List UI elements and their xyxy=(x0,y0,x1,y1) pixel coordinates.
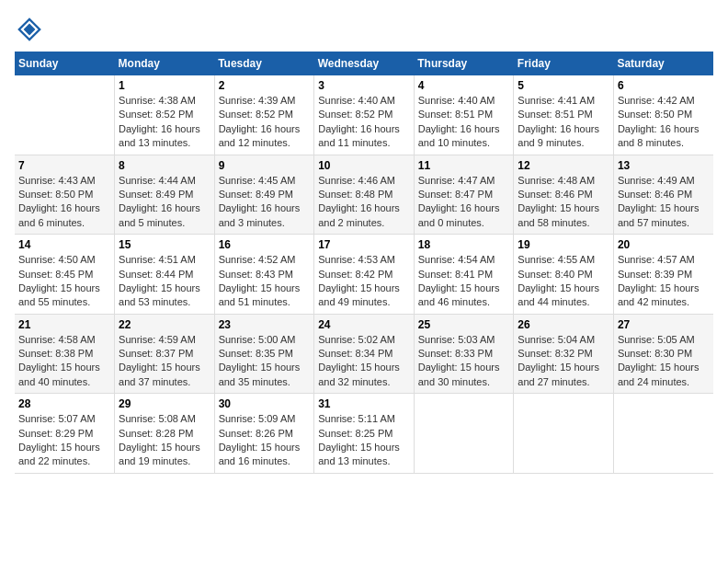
day-number: 19 xyxy=(518,238,609,251)
day-number: 27 xyxy=(618,318,710,331)
header-row: SundayMondayTuesdayWednesdayThursdayFrid… xyxy=(15,52,713,75)
calendar-cell: 28Sunrise: 5:07 AM Sunset: 8:29 PM Dayli… xyxy=(15,394,115,474)
day-info: Sunrise: 5:05 AM Sunset: 8:30 PM Dayligh… xyxy=(618,333,710,390)
day-number: 1 xyxy=(119,79,210,92)
day-number: 15 xyxy=(119,238,210,251)
day-info: Sunrise: 5:04 AM Sunset: 8:32 PM Dayligh… xyxy=(518,333,609,390)
day-info: Sunrise: 4:42 AM Sunset: 8:50 PM Dayligh… xyxy=(618,94,710,151)
calendar-cell: 15Sunrise: 4:51 AM Sunset: 8:44 PM Dayli… xyxy=(115,235,215,315)
day-info: Sunrise: 4:43 AM Sunset: 8:50 PM Dayligh… xyxy=(18,174,110,231)
day-number: 12 xyxy=(518,159,609,172)
day-number: 31 xyxy=(318,397,410,410)
day-number: 17 xyxy=(318,238,410,251)
day-info: Sunrise: 5:08 AM Sunset: 8:28 PM Dayligh… xyxy=(119,412,210,469)
calendar-cell: 11Sunrise: 4:47 AM Sunset: 8:47 PM Dayli… xyxy=(414,155,514,235)
day-info: Sunrise: 5:11 AM Sunset: 8:25 PM Dayligh… xyxy=(318,412,410,469)
day-number: 6 xyxy=(618,79,710,92)
day-info: Sunrise: 5:09 AM Sunset: 8:26 PM Dayligh… xyxy=(219,412,311,469)
week-row-1: 1Sunrise: 4:38 AM Sunset: 8:52 PM Daylig… xyxy=(15,75,713,155)
calendar-cell: 27Sunrise: 5:05 AM Sunset: 8:30 PM Dayli… xyxy=(613,314,713,394)
day-info: Sunrise: 4:52 AM Sunset: 8:43 PM Dayligh… xyxy=(219,253,311,310)
column-header-thursday: Thursday xyxy=(414,52,514,75)
day-number: 26 xyxy=(518,318,609,331)
day-info: Sunrise: 4:40 AM Sunset: 8:52 PM Dayligh… xyxy=(318,94,410,151)
day-info: Sunrise: 4:39 AM Sunset: 8:52 PM Dayligh… xyxy=(219,94,311,151)
day-info: Sunrise: 4:59 AM Sunset: 8:37 PM Dayligh… xyxy=(119,333,210,390)
day-info: Sunrise: 4:40 AM Sunset: 8:51 PM Dayligh… xyxy=(418,94,510,151)
day-number: 14 xyxy=(18,238,110,251)
day-number: 2 xyxy=(219,79,311,92)
day-number: 20 xyxy=(618,238,710,251)
calendar-cell: 29Sunrise: 5:08 AM Sunset: 8:28 PM Dayli… xyxy=(115,394,215,474)
day-number: 9 xyxy=(219,159,311,172)
day-number: 16 xyxy=(219,238,311,251)
day-number: 11 xyxy=(418,159,510,172)
logo-icon xyxy=(15,15,44,44)
calendar-cell: 31Sunrise: 5:11 AM Sunset: 8:25 PM Dayli… xyxy=(314,394,415,474)
day-info: Sunrise: 4:47 AM Sunset: 8:47 PM Dayligh… xyxy=(418,174,510,231)
calendar-cell: 9Sunrise: 4:45 AM Sunset: 8:49 PM Daylig… xyxy=(214,155,314,235)
day-info: Sunrise: 4:58 AM Sunset: 8:38 PM Dayligh… xyxy=(18,333,110,390)
week-row-2: 7Sunrise: 4:43 AM Sunset: 8:50 PM Daylig… xyxy=(15,155,713,235)
calendar-cell: 25Sunrise: 5:03 AM Sunset: 8:33 PM Dayli… xyxy=(414,314,514,394)
day-number: 30 xyxy=(219,397,311,410)
column-header-monday: Monday xyxy=(115,52,215,75)
calendar-cell: 18Sunrise: 4:54 AM Sunset: 8:41 PM Dayli… xyxy=(414,235,514,315)
calendar-cell: 24Sunrise: 5:02 AM Sunset: 8:34 PM Dayli… xyxy=(314,314,415,394)
day-info: Sunrise: 4:57 AM Sunset: 8:39 PM Dayligh… xyxy=(618,253,710,310)
day-number: 22 xyxy=(119,318,210,331)
calendar-cell xyxy=(514,394,614,474)
calendar-cell: 1Sunrise: 4:38 AM Sunset: 8:52 PM Daylig… xyxy=(115,75,215,155)
day-info: Sunrise: 5:07 AM Sunset: 8:29 PM Dayligh… xyxy=(18,412,110,469)
calendar-cell: 30Sunrise: 5:09 AM Sunset: 8:26 PM Dayli… xyxy=(214,394,314,474)
logo xyxy=(15,15,48,44)
calendar-cell: 7Sunrise: 4:43 AM Sunset: 8:50 PM Daylig… xyxy=(15,155,115,235)
day-number: 21 xyxy=(18,318,110,331)
day-number: 28 xyxy=(18,397,110,410)
column-header-sunday: Sunday xyxy=(15,52,115,75)
week-row-3: 14Sunrise: 4:50 AM Sunset: 8:45 PM Dayli… xyxy=(15,235,713,315)
day-info: Sunrise: 5:00 AM Sunset: 8:35 PM Dayligh… xyxy=(219,333,311,390)
calendar-cell: 20Sunrise: 4:57 AM Sunset: 8:39 PM Dayli… xyxy=(613,235,713,315)
day-info: Sunrise: 4:51 AM Sunset: 8:44 PM Dayligh… xyxy=(119,253,210,310)
column-header-friday: Friday xyxy=(514,52,614,75)
calendar-cell: 5Sunrise: 4:41 AM Sunset: 8:51 PM Daylig… xyxy=(514,75,614,155)
page-header xyxy=(15,15,713,44)
calendar-cell: 3Sunrise: 4:40 AM Sunset: 8:52 PM Daylig… xyxy=(314,75,415,155)
calendar-cell xyxy=(15,75,115,155)
column-header-saturday: Saturday xyxy=(613,52,713,75)
day-number: 4 xyxy=(418,79,510,92)
day-info: Sunrise: 4:44 AM Sunset: 8:49 PM Dayligh… xyxy=(119,174,210,231)
day-info: Sunrise: 4:55 AM Sunset: 8:40 PM Dayligh… xyxy=(518,253,609,310)
day-info: Sunrise: 4:48 AM Sunset: 8:46 PM Dayligh… xyxy=(518,174,609,231)
calendar-cell: 19Sunrise: 4:55 AM Sunset: 8:40 PM Dayli… xyxy=(514,235,614,315)
calendar-cell: 14Sunrise: 4:50 AM Sunset: 8:45 PM Dayli… xyxy=(15,235,115,315)
calendar-cell: 6Sunrise: 4:42 AM Sunset: 8:50 PM Daylig… xyxy=(613,75,713,155)
day-info: Sunrise: 5:03 AM Sunset: 8:33 PM Dayligh… xyxy=(418,333,510,390)
calendar-cell: 22Sunrise: 4:59 AM Sunset: 8:37 PM Dayli… xyxy=(115,314,215,394)
calendar-cell xyxy=(414,394,514,474)
day-info: Sunrise: 4:45 AM Sunset: 8:49 PM Dayligh… xyxy=(219,174,311,231)
calendar-cell: 13Sunrise: 4:49 AM Sunset: 8:46 PM Dayli… xyxy=(613,155,713,235)
calendar-cell xyxy=(613,394,713,474)
week-row-5: 28Sunrise: 5:07 AM Sunset: 8:29 PM Dayli… xyxy=(15,394,713,474)
day-info: Sunrise: 4:53 AM Sunset: 8:42 PM Dayligh… xyxy=(318,253,410,310)
day-number: 23 xyxy=(219,318,311,331)
day-number: 29 xyxy=(119,397,210,410)
week-row-4: 21Sunrise: 4:58 AM Sunset: 8:38 PM Dayli… xyxy=(15,314,713,394)
calendar-cell: 23Sunrise: 5:00 AM Sunset: 8:35 PM Dayli… xyxy=(214,314,314,394)
calendar-table: SundayMondayTuesdayWednesdayThursdayFrid… xyxy=(15,52,713,474)
calendar-cell: 10Sunrise: 4:46 AM Sunset: 8:48 PM Dayli… xyxy=(314,155,415,235)
day-number: 5 xyxy=(518,79,609,92)
day-number: 7 xyxy=(18,159,110,172)
day-number: 24 xyxy=(318,318,410,331)
day-info: Sunrise: 4:41 AM Sunset: 8:51 PM Dayligh… xyxy=(518,94,609,151)
calendar-cell: 26Sunrise: 5:04 AM Sunset: 8:32 PM Dayli… xyxy=(514,314,614,394)
calendar-cell: 16Sunrise: 4:52 AM Sunset: 8:43 PM Dayli… xyxy=(214,235,314,315)
calendar-cell: 12Sunrise: 4:48 AM Sunset: 8:46 PM Dayli… xyxy=(514,155,614,235)
day-info: Sunrise: 4:46 AM Sunset: 8:48 PM Dayligh… xyxy=(318,174,410,231)
day-info: Sunrise: 5:02 AM Sunset: 8:34 PM Dayligh… xyxy=(318,333,410,390)
calendar-cell: 2Sunrise: 4:39 AM Sunset: 8:52 PM Daylig… xyxy=(214,75,314,155)
calendar-cell: 17Sunrise: 4:53 AM Sunset: 8:42 PM Dayli… xyxy=(314,235,415,315)
day-info: Sunrise: 4:50 AM Sunset: 8:45 PM Dayligh… xyxy=(18,253,110,310)
